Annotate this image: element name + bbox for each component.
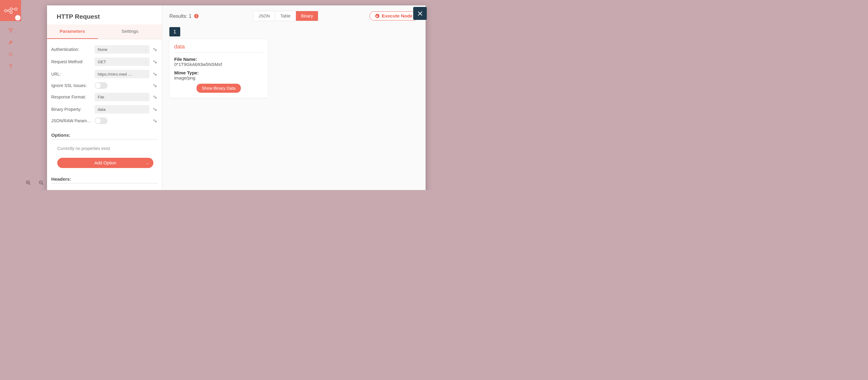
app-logo[interactable]: › <box>0 0 21 21</box>
svg-point-34 <box>153 108 155 109</box>
svg-line-18 <box>29 183 30 185</box>
request-method-select[interactable]: GET ⌄ <box>95 58 150 66</box>
svg-point-35 <box>155 109 156 111</box>
workflows-icon[interactable] <box>7 27 13 33</box>
close-modal-button[interactable] <box>413 7 427 20</box>
view-switch: JSON Table Binary <box>253 11 318 21</box>
param-json-raw: JSON/RAW Parame... <box>51 117 158 124</box>
svg-point-30 <box>153 84 155 85</box>
headers-section-title: Headers: <box>51 176 158 183</box>
tab-settings[interactable]: Settings <box>98 24 162 39</box>
output-panel: Results: 1 i JSON Table Binary ▶ Execute… <box>162 5 426 190</box>
param-label: Response Format: <box>51 95 93 99</box>
param-options-icon[interactable] <box>152 118 158 124</box>
svg-point-33 <box>155 97 156 99</box>
executions-icon[interactable] <box>7 51 13 57</box>
param-ignore-ssl: Ignore SSL Issues: <box>51 82 158 89</box>
mimetype-label: Mime Type: <box>174 70 263 75</box>
param-url: URL: https://miro.med … <box>51 70 158 78</box>
svg-point-0 <box>4 9 7 12</box>
zoom-out-icon[interactable] <box>38 180 44 185</box>
param-binary-property: Binary Property: data <box>51 105 158 113</box>
param-options-icon[interactable] <box>152 106 158 112</box>
play-icon: ▶ <box>375 14 379 18</box>
svg-point-36 <box>153 119 155 121</box>
sidebar-expand-icon[interactable]: › <box>15 15 21 21</box>
svg-point-28 <box>153 73 155 74</box>
filename-value: 0*1T9GkAb93w5NSMsf <box>174 62 263 67</box>
panel-tabs: Parameters Settings <box>47 24 162 39</box>
param-label: Ignore SSL Issues: <box>51 83 93 88</box>
svg-point-31 <box>155 85 156 87</box>
add-option-button[interactable]: Add Option ⌄ <box>57 158 153 168</box>
authentication-select[interactable]: None ⌄ <box>95 45 150 54</box>
param-response-format: Response Format: File ⌄ <box>51 93 158 101</box>
headers-empty-text: Currently no items exist <box>51 187 158 190</box>
chevron-down-icon: ⌄ <box>145 60 147 64</box>
output-header: Results: 1 i JSON Table Binary ▶ Execute… <box>169 11 418 21</box>
svg-point-24 <box>153 48 155 49</box>
svg-rect-9 <box>10 31 11 32</box>
svg-point-26 <box>153 60 155 62</box>
param-options-icon[interactable] <box>152 46 158 53</box>
view-table-button[interactable]: Table <box>275 11 296 21</box>
options-section-title: Options: <box>51 133 158 139</box>
credentials-icon[interactable] <box>7 39 13 45</box>
n8n-logo-icon <box>4 7 18 14</box>
param-options-icon[interactable] <box>152 71 158 77</box>
zoom-controls <box>26 180 44 185</box>
svg-point-37 <box>155 120 156 122</box>
param-options-icon[interactable] <box>152 94 158 100</box>
node-edit-modal: HTTP Request Parameters Settings Authent… <box>47 5 426 190</box>
url-input[interactable]: https://miro.med … <box>95 70 150 78</box>
options-empty-text: Currently no properties exist <box>51 143 158 151</box>
chevron-down-icon: ⌄ <box>146 161 149 165</box>
param-label: Authentication: <box>51 47 93 52</box>
param-label: Binary Property: <box>51 107 93 112</box>
mimetype-value: image/png <box>174 75 263 80</box>
item-index-tab[interactable]: 1 <box>169 27 180 36</box>
svg-point-29 <box>155 74 156 76</box>
param-authentication: Authentication: None ⌄ <box>51 45 158 54</box>
execute-node-button[interactable]: ▶ Execute Node <box>370 11 418 21</box>
tab-parameters[interactable]: Parameters <box>47 24 98 39</box>
svg-point-2 <box>10 11 12 13</box>
svg-point-32 <box>153 96 155 97</box>
parameters-form: Authentication: None ⌄ Request Method: G… <box>47 39 162 190</box>
svg-point-27 <box>155 62 156 63</box>
param-request-method: Request Method: GET ⌄ <box>51 58 158 66</box>
svg-line-5 <box>7 10 10 12</box>
svg-point-3 <box>15 8 17 10</box>
results-count: Results: 1 <box>169 13 191 19</box>
svg-rect-8 <box>11 28 12 30</box>
zoom-in-icon[interactable] <box>26 180 31 185</box>
response-format-select[interactable]: File ⌄ <box>95 93 150 101</box>
param-label: Request Method: <box>51 59 93 64</box>
param-label: JSON/RAW Parame... <box>51 118 93 123</box>
node-title: HTTP Request <box>47 5 162 24</box>
view-binary-button[interactable]: Binary <box>296 11 318 21</box>
binary-property-name: data <box>174 44 263 53</box>
parameters-panel: HTTP Request Parameters Settings Authent… <box>47 5 162 190</box>
info-icon[interactable]: i <box>194 14 198 19</box>
help-icon[interactable]: ? <box>7 63 13 69</box>
filename-label: File Name: <box>174 57 263 62</box>
view-json-button[interactable]: JSON <box>253 11 275 21</box>
chevron-down-icon: ⌄ <box>145 48 147 51</box>
ignore-ssl-toggle[interactable] <box>95 82 107 89</box>
json-raw-toggle[interactable] <box>95 117 107 124</box>
binary-property-input[interactable]: data <box>95 105 150 113</box>
svg-line-22 <box>42 183 43 185</box>
app-sidebar: › ? <box>0 0 21 190</box>
svg-point-25 <box>155 49 156 51</box>
svg-rect-7 <box>9 28 10 30</box>
chevron-down-icon: ⌄ <box>145 96 147 99</box>
param-options-icon[interactable] <box>152 82 158 89</box>
param-options-icon[interactable] <box>152 59 158 65</box>
show-binary-data-button[interactable]: Show Binary Data <box>196 84 241 93</box>
param-label: URL: <box>51 72 93 76</box>
binary-data-card: data File Name: 0*1T9GkAb93w5NSMsf Mime … <box>169 39 268 98</box>
svg-point-1 <box>10 8 12 10</box>
